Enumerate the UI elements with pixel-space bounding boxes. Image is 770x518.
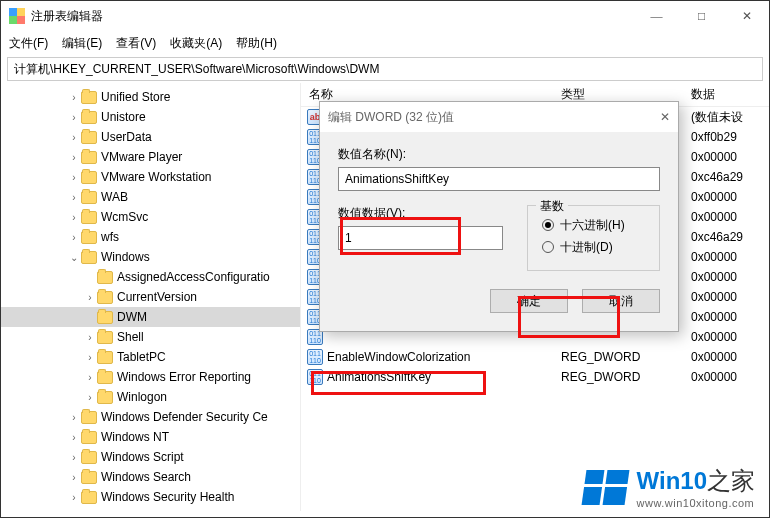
menu-view[interactable]: 查看(V)	[116, 35, 156, 52]
menubar: 文件(F) 编辑(E) 查看(V) 收藏夹(A) 帮助(H)	[1, 31, 769, 55]
folder-icon	[81, 251, 97, 264]
chevron-icon: ›	[67, 152, 81, 163]
chevron-icon: ›	[67, 192, 81, 203]
value-name-field[interactable]	[338, 167, 660, 191]
chevron-icon: ›	[67, 212, 81, 223]
value-name-label: 数值名称(N):	[338, 146, 660, 163]
chevron-icon: ›	[67, 492, 81, 503]
chevron-icon: ›	[83, 352, 97, 363]
chevron-icon: ›	[67, 412, 81, 423]
folder-icon	[97, 331, 113, 344]
tree-item[interactable]: ›Unistore	[1, 107, 300, 127]
tree-item[interactable]: ›Shell	[1, 327, 300, 347]
chevron-icon: ›	[67, 112, 81, 123]
cancel-button[interactable]: 取消	[582, 289, 660, 313]
radix-dec[interactable]: 十进制(D)	[542, 236, 645, 258]
tree-view[interactable]: ›Unified Store›Unistore›UserData›VMware …	[1, 83, 301, 511]
chevron-icon: ›	[67, 232, 81, 243]
tree-item[interactable]: ⌄Windows	[1, 247, 300, 267]
tree-item[interactable]: ›WAB	[1, 187, 300, 207]
folder-icon	[97, 311, 113, 324]
tree-item[interactable]: ›Windows Security Health	[1, 487, 300, 507]
chevron-icon: ›	[83, 292, 97, 303]
tree-item[interactable]: ›Winlogon	[1, 387, 300, 407]
edit-dword-dialog: 编辑 DWORD (32 位)值 ✕ 数值名称(N): 数值数据(V): 基数 …	[319, 101, 679, 332]
dialog-title: 编辑 DWORD (32 位)值	[328, 109, 454, 126]
tree-item[interactable]: ›wfs	[1, 227, 300, 247]
tree-item[interactable]: ›Windows NT	[1, 427, 300, 447]
folder-icon	[81, 111, 97, 124]
maximize-button[interactable]: □	[679, 1, 724, 31]
folder-icon	[81, 451, 97, 464]
tree-item[interactable]: ›CurrentVersion	[1, 287, 300, 307]
window-title: 注册表编辑器	[31, 8, 103, 25]
chevron-icon: ›	[67, 452, 81, 463]
header-data[interactable]: 数据	[691, 86, 769, 103]
list-row[interactable]: AnimationsShiftKeyREG_DWORD0x00000	[301, 367, 769, 387]
menu-edit[interactable]: 编辑(E)	[62, 35, 102, 52]
tree-item[interactable]: ›UserData	[1, 127, 300, 147]
chevron-icon: ›	[67, 172, 81, 183]
minimize-button[interactable]: —	[634, 1, 679, 31]
folder-icon	[81, 211, 97, 224]
radix-caption: 基数	[536, 198, 568, 215]
value-data-field[interactable]	[338, 226, 503, 250]
folder-icon	[97, 291, 113, 304]
tree-item[interactable]: ›Windows Error Reporting	[1, 367, 300, 387]
folder-icon	[97, 371, 113, 384]
tree-item[interactable]: ›Windows Search	[1, 467, 300, 487]
chevron-icon: ›	[83, 332, 97, 343]
tree-item[interactable]: ›Unified Store	[1, 87, 300, 107]
folder-icon	[81, 191, 97, 204]
ok-button[interactable]: 确定	[490, 289, 568, 313]
folder-icon	[97, 271, 113, 284]
folder-icon	[81, 91, 97, 104]
tree-item[interactable]: ›TabletPC	[1, 347, 300, 367]
radio-on-icon	[542, 219, 554, 231]
chevron-icon: ›	[67, 132, 81, 143]
chevron-icon: ⌄	[67, 252, 81, 263]
folder-icon	[97, 351, 113, 364]
chevron-icon: ›	[83, 372, 97, 383]
folder-icon	[81, 231, 97, 244]
titlebar: 注册表编辑器 — □ ✕	[1, 1, 769, 31]
folder-icon	[81, 431, 97, 444]
list-row[interactable]: EnableWindowColorizationREG_DWORD0x00000	[301, 347, 769, 367]
folder-icon	[81, 491, 97, 504]
folder-icon	[81, 411, 97, 424]
chevron-icon: ›	[67, 92, 81, 103]
dialog-close-icon[interactable]: ✕	[660, 110, 670, 124]
address-bar[interactable]: 计算机\HKEY_CURRENT_USER\Software\Microsoft…	[7, 57, 763, 81]
tree-item[interactable]: ›Windows Script	[1, 447, 300, 467]
tree-item[interactable]: ›WcmSvc	[1, 207, 300, 227]
regedit-icon	[9, 8, 25, 24]
chevron-icon: ›	[67, 432, 81, 443]
menu-fav[interactable]: 收藏夹(A)	[170, 35, 222, 52]
chevron-icon: ›	[83, 392, 97, 403]
tree-item[interactable]: ›Windows Defender Security Ce	[1, 407, 300, 427]
close-button[interactable]: ✕	[724, 1, 769, 31]
value-data-label: 数值数据(V):	[338, 205, 503, 222]
tree-item[interactable]: DWM	[1, 307, 300, 327]
folder-icon	[81, 151, 97, 164]
chevron-icon: ›	[67, 472, 81, 483]
address-text: 计算机\HKEY_CURRENT_USER\Software\Microsoft…	[14, 61, 379, 78]
windows-logo-icon	[581, 470, 629, 505]
folder-icon	[81, 131, 97, 144]
menu-help[interactable]: 帮助(H)	[236, 35, 277, 52]
folder-icon	[81, 171, 97, 184]
dword-value-icon	[307, 349, 323, 365]
radix-hex[interactable]: 十六进制(H)	[542, 214, 645, 236]
tree-item[interactable]: ›VMware Player	[1, 147, 300, 167]
tree-item[interactable]: ›VMware Workstation	[1, 167, 300, 187]
watermark: Win10之家 www.win10xitong.com	[584, 465, 755, 509]
dword-value-icon	[307, 369, 323, 385]
menu-file[interactable]: 文件(F)	[9, 35, 48, 52]
folder-icon	[97, 391, 113, 404]
folder-icon	[81, 471, 97, 484]
radio-off-icon	[542, 241, 554, 253]
tree-item[interactable]: AssignedAccessConfiguratio	[1, 267, 300, 287]
